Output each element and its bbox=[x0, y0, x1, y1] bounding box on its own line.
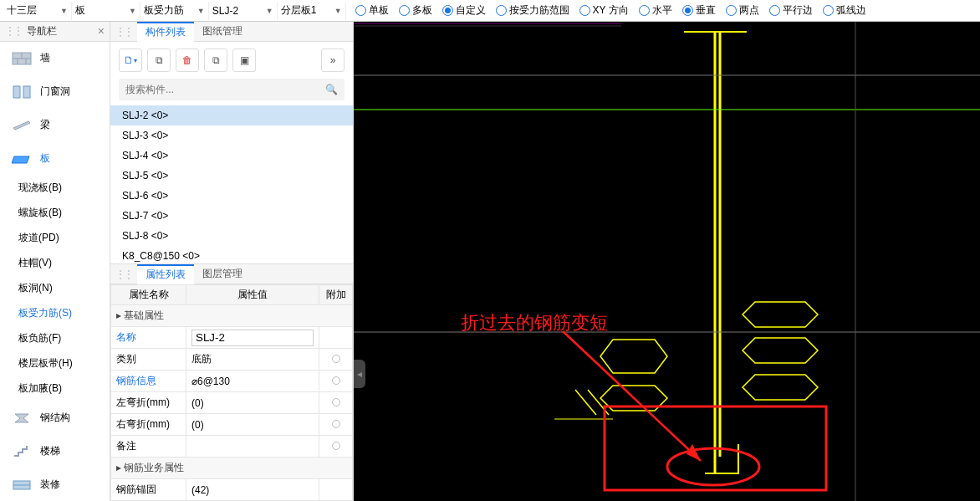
nav-item-6[interactable]: 坡道(PD) bbox=[0, 226, 110, 251]
component-item[interactable]: SLJ-4 <0> bbox=[110, 146, 353, 166]
drawing-canvas[interactable]: 折过去的钢筋变短 bbox=[354, 22, 980, 501]
mid-panel: ⋮⋮ 构件列表图纸管理 🗋▾ ⧉ 🗑 ⧉ ▣ » 🔍 SLJ-2 <0>SLJ-… bbox=[110, 22, 354, 501]
property-table: 属性名称 属性值 附加 ▸ 基础属性名称类别底筋钢筋信息⌀6@130左弯折(mm… bbox=[110, 284, 353, 501]
stair-icon bbox=[12, 443, 32, 460]
nav-item-7[interactable]: 柱帽(V) bbox=[0, 251, 110, 276]
radio-7[interactable]: 两点 bbox=[722, 3, 763, 18]
svg-marker-22 bbox=[743, 338, 818, 363]
component-item[interactable]: SLJ-3 <0> bbox=[110, 125, 353, 146]
property-row: 备注 bbox=[111, 436, 353, 458]
dropdown-1[interactable]: 板▼ bbox=[72, 2, 140, 20]
dropdown-0[interactable]: 十三层▼ bbox=[3, 2, 72, 20]
property-group[interactable]: ▸ 钢筋业务属性 bbox=[111, 458, 353, 479]
radio-9[interactable]: 弧线边 bbox=[819, 3, 870, 18]
chevron-down-icon: ▼ bbox=[60, 7, 68, 15]
new-button[interactable]: 🗋▾ bbox=[119, 49, 142, 72]
property-group[interactable]: ▸ 基础属性 bbox=[111, 305, 353, 327]
attach-toggle[interactable] bbox=[332, 398, 340, 406]
chevron-down-icon: ▼ bbox=[197, 7, 205, 15]
svg-point-30 bbox=[667, 448, 759, 485]
svg-rect-6 bbox=[23, 86, 30, 98]
property-row: 名称 bbox=[111, 327, 353, 349]
col-name: 属性名称 bbox=[111, 285, 186, 305]
nav-item-4[interactable]: 现浇板(B) bbox=[0, 176, 110, 201]
radio-1[interactable]: 多板 bbox=[395, 3, 436, 18]
property-value[interactable] bbox=[186, 327, 319, 349]
component-item[interactable]: K8_C8@150 <0> bbox=[110, 246, 353, 263]
component-item[interactable]: SLJ-7 <0> bbox=[110, 206, 353, 226]
dropdown-4[interactable]: 分层板1▼ bbox=[278, 2, 346, 20]
svg-marker-32 bbox=[687, 444, 701, 461]
grip-icon: ⋮⋮ bbox=[110, 268, 137, 280]
svg-marker-24 bbox=[600, 340, 667, 373]
duplicate-button[interactable]: ⧉ bbox=[204, 49, 227, 72]
radio-0[interactable]: 单板 bbox=[351, 3, 393, 18]
nav-item-8[interactable]: 板洞(N) bbox=[0, 276, 110, 301]
property-tab-0[interactable]: 属性列表 bbox=[137, 264, 194, 284]
svg-rect-5 bbox=[13, 86, 20, 98]
nav-item-0[interactable]: 墙 bbox=[0, 42, 110, 75]
dropdown-3[interactable]: SLJ-2▼ bbox=[209, 2, 278, 20]
radio-3[interactable]: 按受力筋范围 bbox=[492, 3, 574, 18]
property-input[interactable] bbox=[191, 330, 314, 346]
nav-item-2[interactable]: 梁 bbox=[0, 109, 110, 142]
radio-5[interactable]: 水平 bbox=[635, 3, 676, 18]
nav-item-15[interactable]: 装修 bbox=[0, 468, 110, 501]
property-value[interactable]: (0) bbox=[186, 414, 319, 436]
property-name: 类别 bbox=[111, 349, 186, 371]
radio-6[interactable]: 垂直 bbox=[678, 3, 720, 18]
nav-item-5[interactable]: 螺旋板(B) bbox=[0, 201, 110, 226]
component-item[interactable]: SLJ-5 <0> bbox=[110, 166, 353, 186]
nav-item-3[interactable]: 板 bbox=[0, 142, 110, 176]
radio-2[interactable]: 自定义 bbox=[438, 3, 490, 18]
property-row: 左弯折(mm)(0) bbox=[111, 392, 353, 414]
svg-marker-23 bbox=[743, 375, 818, 400]
property-value[interactable] bbox=[186, 436, 319, 458]
property-row: 钢筋信息⌀6@130 bbox=[111, 371, 353, 392]
attach-toggle[interactable] bbox=[332, 355, 340, 363]
wall-icon bbox=[12, 50, 32, 67]
component-item[interactable]: SLJ-8 <0> bbox=[110, 226, 353, 246]
property-name: 钢筋信息 bbox=[111, 371, 186, 392]
nav-item-14[interactable]: 楼梯 bbox=[0, 435, 110, 468]
radio-8[interactable]: 平行边 bbox=[765, 3, 817, 18]
property-name: 钢筋锚固 bbox=[111, 479, 186, 501]
nav-item-13[interactable]: 钢结构 bbox=[0, 401, 110, 435]
nav-item-10[interactable]: 板负筋(F) bbox=[0, 326, 110, 351]
property-value[interactable]: ⌀6@130 bbox=[186, 371, 319, 392]
nav-item-12[interactable]: 板加腋(B) bbox=[0, 376, 110, 401]
cad-drawing bbox=[354, 22, 980, 501]
top-toolbar: 十三层▼板▼板受力筋▼SLJ-2▼分层板1▼ 单板多板自定义按受力筋范围XY 方… bbox=[0, 0, 980, 22]
property-tab-1[interactable]: 图层管理 bbox=[194, 264, 251, 284]
property-value[interactable]: (0) bbox=[186, 392, 319, 414]
svg-marker-8 bbox=[12, 156, 29, 163]
svg-line-31 bbox=[563, 331, 701, 461]
dropdown-2[interactable]: 板受力筋▼ bbox=[140, 2, 209, 20]
close-icon[interactable]: × bbox=[98, 24, 105, 38]
component-tab-0[interactable]: 构件列表 bbox=[137, 22, 194, 42]
attach-toggle[interactable] bbox=[332, 420, 340, 428]
search-input[interactable] bbox=[125, 84, 325, 95]
component-item[interactable]: SLJ-2 <0> bbox=[110, 105, 353, 125]
property-value[interactable]: 底筋 bbox=[186, 349, 319, 371]
copy-button[interactable]: ⧉ bbox=[147, 49, 171, 72]
search-box[interactable]: 🔍 bbox=[119, 79, 345, 100]
component-item[interactable]: SLJ-6 <0> bbox=[110, 186, 353, 206]
component-tab-1[interactable]: 图纸管理 bbox=[194, 22, 251, 42]
more-button[interactable]: » bbox=[321, 49, 345, 72]
nav-item-9[interactable]: 板受力筋(S) bbox=[0, 301, 110, 326]
col-value: 属性值 bbox=[186, 285, 319, 305]
radio-4[interactable]: XY 方向 bbox=[575, 3, 633, 18]
nav-item-1[interactable]: 门窗洞 bbox=[0, 75, 110, 109]
delete-button[interactable]: 🗑 bbox=[176, 49, 199, 72]
collapse-handle[interactable]: ◂ bbox=[354, 360, 365, 388]
attach-toggle[interactable] bbox=[332, 376, 340, 385]
layers-button[interactable]: ▣ bbox=[232, 49, 256, 72]
attach-toggle[interactable] bbox=[332, 442, 340, 450]
property-name: 备注 bbox=[111, 436, 186, 458]
opening-icon bbox=[12, 84, 32, 100]
radio-icon bbox=[726, 5, 737, 16]
property-value[interactable]: (42) bbox=[186, 479, 319, 501]
nav-item-11[interactable]: 楼层板带(H) bbox=[0, 351, 110, 376]
component-toolbar: 🗋▾ ⧉ 🗑 ⧉ ▣ » bbox=[110, 42, 353, 79]
